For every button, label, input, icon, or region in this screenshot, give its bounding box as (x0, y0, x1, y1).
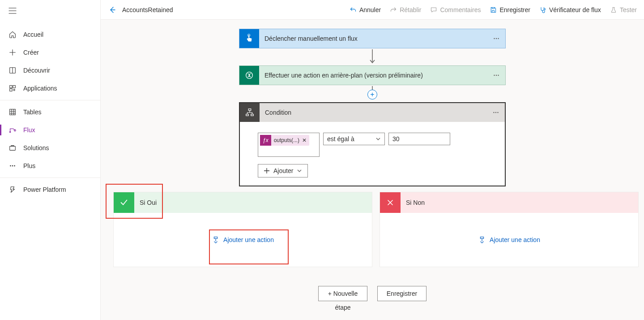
plus-icon (8, 48, 17, 57)
table-icon (8, 108, 17, 117)
action-label: Commentaires (440, 6, 481, 13)
svg-rect-2 (10, 86, 12, 88)
save-button[interactable]: Enregistrer (490, 6, 530, 13)
sidebar-item-label: Flux (23, 126, 35, 134)
new-step-sublabel: étape (335, 304, 350, 311)
more-icon (8, 161, 17, 170)
connector (369, 48, 375, 65)
sidebar-item-platform[interactable]: Power Platform (0, 181, 100, 199)
card-menu[interactable] (487, 108, 505, 117)
add-action-icon (478, 236, 486, 244)
trigger-card[interactable]: Déclencher manuellement un flux (239, 29, 506, 48)
add-label: Ajouter (273, 167, 293, 174)
connector: + (369, 85, 375, 102)
hamburger-menu[interactable] (0, 0, 100, 23)
svg-rect-3 (13, 86, 15, 88)
svg-point-18 (246, 72, 253, 79)
footer-actions: + Nouvelle étape Enregistrer (318, 286, 426, 311)
comments-button: Commentaires (430, 6, 481, 13)
svg-rect-25 (251, 114, 254, 116)
comment-icon (430, 6, 437, 13)
sidebar-item-label: Plus (23, 162, 35, 169)
ellipsis-icon (492, 35, 500, 43)
power-platform-icon (8, 185, 17, 194)
card-title: Condition (260, 109, 487, 116)
branch-title: Si Non (401, 199, 425, 206)
no-branch: Si Non Ajouter une action (380, 192, 639, 267)
topbar: AccountsRetained Annuler Rétablir Commen… (101, 0, 644, 20)
svg-point-10 (12, 165, 13, 167)
stethoscope-icon (539, 6, 546, 13)
condition-right-operand[interactable]: 30 (388, 133, 450, 145)
svg-point-7 (14, 130, 16, 131)
sidebar-item-tables[interactable]: Tables (0, 103, 100, 121)
svg-rect-5 (10, 109, 16, 115)
solutions-icon (8, 143, 17, 152)
test-button: Tester (610, 6, 637, 13)
sidebar-item-home[interactable]: Accueil (0, 26, 100, 43)
svg-point-11 (14, 165, 15, 167)
no-branch-header[interactable]: Si Non (380, 192, 638, 213)
action-label: Rétablir (400, 6, 421, 13)
condition-body: ƒx outputs(...) ✕ est égal à 30 (239, 122, 506, 186)
card-title: Déclencher manuellement un flux (259, 35, 487, 42)
card-menu[interactable] (487, 71, 505, 79)
apps-icon (8, 84, 17, 93)
ellipsis-icon (492, 108, 500, 117)
flow-canvas[interactable]: Déclencher manuellement un flux Effectue… (101, 20, 644, 320)
svg-point-14 (494, 38, 495, 39)
touch-icon (239, 29, 259, 48)
flow-icon (8, 125, 17, 134)
card-menu[interactable] (487, 35, 505, 43)
sidebar-item-label: Tables (23, 108, 41, 116)
hamburger-icon (8, 6, 17, 15)
svg-rect-23 (248, 109, 251, 111)
sidebar-item-label: Power Platform (23, 186, 66, 193)
chevron-down-icon (375, 136, 381, 142)
insert-step-button[interactable]: + (367, 90, 377, 99)
svg-rect-30 (480, 237, 483, 239)
arrow-down-icon (369, 49, 375, 65)
new-step-button[interactable]: + Nouvelle (318, 286, 367, 301)
condition-card-header[interactable]: Condition (239, 102, 506, 122)
undo-button[interactable]: Annuler (350, 6, 381, 13)
footer-save-button[interactable]: Enregistrer (377, 286, 426, 301)
save-icon (490, 6, 497, 13)
plus-icon (264, 168, 270, 174)
home-icon (8, 30, 17, 39)
svg-point-15 (496, 38, 497, 39)
action-label: Vérificateur de flux (549, 6, 601, 13)
sidebar: Accueil Créer Découvrir Applications Tab… (0, 0, 101, 320)
svg-rect-24 (246, 114, 249, 116)
fx-icon: ƒx (260, 135, 271, 146)
card-title: Effectuer une action en arrière-plan (ve… (259, 72, 487, 79)
sidebar-item-more[interactable]: Plus (0, 157, 100, 175)
flow-checker-button[interactable]: Vérificateur de flux (539, 6, 601, 13)
add-action-no-button[interactable]: Ajouter une action (478, 236, 540, 244)
action-label: Enregistrer (499, 6, 530, 13)
remove-expression-button[interactable]: ✕ (302, 137, 307, 143)
sidebar-item-solutions[interactable]: Solutions (0, 139, 100, 157)
condition-icon (240, 103, 260, 122)
main-area: AccountsRetained Annuler Rétablir Commen… (101, 0, 644, 320)
sidebar-item-label: Découvrir (23, 67, 50, 74)
sidebar-item-apps[interactable]: Applications (0, 79, 100, 97)
expression-pill[interactable]: ƒx outputs(...) ✕ (260, 135, 309, 146)
svg-point-26 (493, 112, 494, 113)
add-condition-button[interactable]: Ajouter (258, 164, 308, 177)
add-action-label: Ajouter une action (490, 236, 540, 243)
flask-icon (610, 6, 617, 13)
svg-point-21 (498, 75, 499, 76)
sidebar-item-discover[interactable]: Découvrir (0, 61, 100, 79)
condition-left-operand[interactable]: ƒx outputs(...) ✕ (258, 133, 320, 157)
book-icon (8, 66, 17, 75)
svg-point-6 (9, 131, 11, 133)
unbound-action-card[interactable]: Effectuer une action en arrière-plan (ve… (239, 65, 506, 85)
back-button[interactable] (108, 5, 117, 14)
svg-point-20 (496, 75, 497, 76)
sidebar-item-create[interactable]: Créer (0, 43, 100, 61)
sidebar-item-flows[interactable]: Flux (0, 121, 100, 139)
condition-operator-select[interactable]: est égal à (323, 133, 385, 145)
footer-save-label: Enregistrer (387, 290, 417, 297)
ellipsis-icon (492, 71, 500, 79)
